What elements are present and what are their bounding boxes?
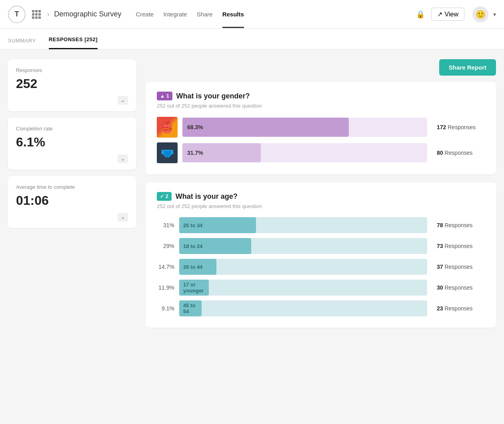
completion-dropdown[interactable]: ⌄ (118, 154, 128, 163)
age-responses-5: 23 Responses (437, 305, 485, 312)
male-responses: 80 Responses (437, 150, 485, 156)
age-pct-4: 11.9% (157, 284, 174, 291)
questions-content: Share Report ▲ 1 What is your gender? 25… (146, 59, 496, 334)
share-report-button[interactable]: Share Report (439, 59, 496, 76)
responses-value: 252 (16, 76, 128, 91)
q2-title: What is your age? (176, 192, 238, 201)
age-responses-3: 37 Responses (437, 264, 485, 270)
q1-badge-icon: ▲ (160, 93, 165, 99)
grid-icon[interactable] (32, 10, 41, 19)
main-nav: Create Integrate Share Results (136, 11, 244, 18)
avg-time-stat-card: Average time to complete 01:06 ⌄ (8, 176, 136, 228)
age-pct-2: 29% (157, 243, 174, 249)
external-link-icon: ↗ (437, 10, 442, 18)
q2-badge: ✓ 2 (157, 192, 172, 201)
age-responses-4: 30 Responses (437, 284, 485, 291)
q2-subtitle: 252 out of 252 people answered this ques… (157, 203, 485, 209)
sidebar: Responses 252 ⌄ Completion rate 6.1% ⌄ A… (8, 59, 136, 334)
age-bar-fill-3: 35 to 44 (179, 259, 216, 275)
q1-subtitle: 252 out of 252 people answered this ques… (157, 103, 485, 109)
tab-summary[interactable]: Summary (8, 38, 36, 49)
avg-time-label: Average time to complete (16, 184, 128, 190)
avatar-dropdown-icon[interactable]: ▾ (493, 11, 496, 18)
q1-title: What is your gender? (176, 92, 250, 100)
age-pct-3: 14.7% (157, 264, 174, 270)
user-avatar[interactable]: 🙂 (472, 6, 488, 22)
male-bar-fill: 31.7% (182, 143, 261, 162)
gender-female-row: 👙 68.3% 172 Responses (157, 117, 485, 138)
age-bars: 31% 25 to 34 78 Responses 29% (157, 217, 485, 316)
female-bar-fill: 68.3% (182, 118, 349, 137)
avg-time-value: 01:06 (16, 193, 128, 208)
q1-badge: ▲ 1 (157, 92, 172, 100)
nav-share[interactable]: Share (197, 11, 213, 18)
main-content: Responses 252 ⌄ Completion rate 6.1% ⌄ A… (0, 50, 504, 344)
completion-stat-card: Completion rate 6.1% ⌄ (8, 118, 136, 170)
q2-badge-icon: ✓ (160, 194, 164, 199)
age-bar-fill-2: 18 to 24 (179, 238, 251, 254)
q1-number: 1 (166, 93, 169, 99)
breadcrumb-chevron: › (47, 11, 49, 18)
view-button[interactable]: ↗ View (431, 8, 464, 21)
age-bar-fill-1: 25 to 34 (179, 217, 256, 233)
logo-avatar[interactable]: T (8, 6, 26, 23)
age-bar-container-2: 18 to 24 (179, 238, 427, 254)
female-bar-container: 68.3% (182, 118, 427, 137)
age-row-1: 31% 25 to 34 78 Responses (157, 217, 485, 233)
gender-male-row: 🩲 31.7% 80 Responses (157, 142, 485, 163)
nav-results[interactable]: Results (222, 11, 244, 18)
age-responses-2: 73 Responses (437, 243, 485, 249)
female-responses: 172 Responses (437, 124, 485, 130)
age-bar-fill-4: 17 or younger (179, 280, 209, 296)
nav-create[interactable]: Create (136, 11, 154, 18)
female-icon: 👙 (157, 117, 178, 138)
age-row-2: 29% 18 to 24 73 Responses (157, 238, 485, 254)
age-bar-fill-5: 45 to 54 (179, 300, 202, 316)
gender-bars: 👙 68.3% 172 Responses 🩲 31. (157, 117, 485, 163)
responses-stat-card: Responses 252 ⌄ (8, 59, 136, 111)
age-bar-container-1: 25 to 34 (179, 217, 427, 233)
age-row-4: 11.9% 17 or younger 30 Responses (157, 280, 485, 296)
age-row-5: 9.1% 45 to 54 23 Responses (157, 300, 485, 316)
smiley-icon: 🙂 (476, 10, 486, 19)
age-pct-1: 31% (157, 222, 174, 228)
tab-responses[interactable]: Responses [252] (49, 36, 98, 49)
age-pct-5: 9.1% (157, 305, 174, 312)
age-row-3: 14.7% 35 to 44 37 Responses (157, 259, 485, 275)
question-2-card: ✓ 2 What is your age? 252 out of 252 peo… (146, 182, 496, 328)
question-1-card: ▲ 1 What is your gender? 252 out of 252 … (146, 82, 496, 174)
age-responses-1: 78 Responses (437, 222, 485, 228)
survey-name: Demographic Survey (54, 10, 121, 18)
tab-bar: Summary Responses [252] (0, 29, 504, 50)
age-bar-container-4: 17 or younger (179, 280, 427, 296)
responses-label: Responses (16, 67, 128, 73)
app-header: T › Demographic Survey Create Integrate … (0, 0, 504, 29)
avg-time-dropdown[interactable]: ⌄ (118, 213, 128, 222)
male-bar-container: 31.7% (182, 143, 427, 162)
lock-icon: 🔒 (416, 10, 425, 19)
nav-integrate[interactable]: Integrate (163, 11, 187, 18)
responses-dropdown[interactable]: ⌄ (118, 96, 128, 105)
completion-value: 6.1% (16, 135, 128, 150)
male-icon: 🩲 (157, 142, 178, 163)
completion-label: Completion rate (16, 126, 128, 132)
q2-number: 2 (166, 194, 168, 199)
age-bar-container-3: 35 to 44 (179, 259, 427, 275)
age-bar-container-5: 45 to 54 (179, 300, 427, 316)
